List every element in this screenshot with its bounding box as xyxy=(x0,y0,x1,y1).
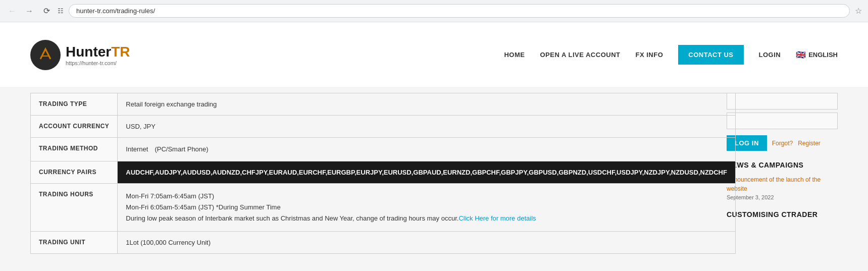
sidebar: LOG IN Forgot? Register NEWS & CAMPAIGNS… xyxy=(727,88,838,254)
table-row-currency-pairs: CURRENCY PAIRS AUDCHF,AUDJPY,AUDUSD,AUDN… xyxy=(31,161,736,184)
url-text: hunter-tr.com/trading-rules/ xyxy=(76,7,155,15)
forward-button[interactable]: → xyxy=(23,5,35,17)
value-trading-hours: Mon-Fri 7:05am-6:45am (JST) Mon-Fri 6:05… xyxy=(118,184,736,232)
label-trading-type: TRADING TYPE xyxy=(31,93,118,116)
label-trading-method: TRADING METHOD xyxy=(31,138,118,161)
table-row-account-currency: ACCOUNT CURRENCY USD, JPY xyxy=(31,116,736,138)
login-actions: LOG IN Forgot? Register xyxy=(727,135,838,151)
login-section: LOG IN Forgot? Register xyxy=(727,93,838,151)
security-icon: ☷ xyxy=(58,7,64,15)
nav-language[interactable]: 🇬🇧 ENGLISH xyxy=(796,50,838,60)
language-label: ENGLISH xyxy=(808,51,838,59)
value-currency-pairs: AUDCHF,AUDJPY,AUDUSD,AUDNZD,CHFJPY,EURAU… xyxy=(118,161,736,184)
logo-text: HunterTR https://hunter-tr.com/ xyxy=(66,44,130,66)
nav-fx-info[interactable]: FX INFO xyxy=(635,51,663,59)
site-header: HunterTR https://hunter-tr.com/ HOME OPE… xyxy=(0,22,868,88)
label-trading-unit: TRADING UNIT xyxy=(31,232,118,254)
register-link[interactable]: Register xyxy=(798,140,821,147)
table-row-trading-unit: TRADING UNIT 1Lot (100,000 Currency Unit… xyxy=(31,232,736,254)
username-input[interactable] xyxy=(727,93,838,110)
nav-home[interactable]: HOME xyxy=(504,51,525,59)
value-account-currency: USD, JPY xyxy=(118,116,736,138)
logo-name: HunterTR xyxy=(66,44,130,60)
label-trading-hours: TRADING HOURS xyxy=(31,184,118,232)
news-date: September 3, 2022 xyxy=(727,194,838,200)
nav-login[interactable]: LOGIN xyxy=(759,51,781,59)
value-trading-unit: 1Lot (100,000 Currency Unit) xyxy=(118,232,736,254)
table-row-trading-hours: TRADING HOURS Mon-Fri 7:05am-6:45am (JST… xyxy=(31,184,736,232)
logo-accent: TR xyxy=(111,44,130,60)
customising-section: CUSTOMISING CTRADER xyxy=(727,210,838,219)
table-row-trading-type: TRADING TYPE Retail foreign exchange tra… xyxy=(31,93,736,116)
flag-icon: 🇬🇧 xyxy=(796,50,806,60)
password-input[interactable] xyxy=(727,113,838,129)
browser-chrome: ← → ⟳ ☷ hunter-tr.com/trading-rules/ ☆ xyxy=(0,0,868,22)
label-account-currency: ACCOUNT CURRENCY xyxy=(31,116,118,138)
table-row-trading-method: TRADING METHOD Internet (PC/Smart Phone) xyxy=(31,138,736,161)
content-area: TRADING TYPE Retail foreign exchange tra… xyxy=(0,88,868,269)
news-section-title: NEWS & CAMPAIGNS xyxy=(727,161,838,169)
value-trading-type: Retail foreign exchange trading xyxy=(118,93,736,116)
value-trading-method: Internet (PC/Smart Phone) xyxy=(118,138,736,161)
bookmark-icon[interactable]: ☆ xyxy=(855,6,862,16)
forgot-link[interactable]: Forgot? xyxy=(772,140,793,147)
address-bar[interactable]: hunter-tr.com/trading-rules/ xyxy=(69,4,850,18)
main-content: TRADING TYPE Retail foreign exchange tra… xyxy=(30,88,711,254)
nav-open-account[interactable]: OPEN A LIVE ACCOUNT xyxy=(540,51,620,59)
logo-icon xyxy=(30,40,61,70)
label-currency-pairs: CURRENCY PAIRS xyxy=(31,161,118,184)
news-section: NEWS & CAMPAIGNS Announcement of the lau… xyxy=(727,161,838,200)
news-link[interactable]: Announcement of the launch of the websit… xyxy=(727,175,838,193)
logo: HunterTR https://hunter-tr.com/ xyxy=(30,40,130,70)
trading-hours-line3: During low peak season of Interbank mark… xyxy=(126,214,458,222)
back-button[interactable]: ← xyxy=(6,5,18,17)
customising-title: CUSTOMISING CTRADER xyxy=(727,210,838,219)
main-nav: HOME OPEN A LIVE ACCOUNT FX INFO CONTACT… xyxy=(504,45,838,65)
trading-hours-link[interactable]: Click Here for more details xyxy=(458,214,536,222)
trading-hours-line2: Mon-Fri 6:05am-5:45am (JST) *During Summ… xyxy=(126,203,280,211)
refresh-button[interactable]: ⟳ xyxy=(40,5,53,17)
news-item: Announcement of the launch of the websit… xyxy=(727,175,838,200)
nav-contact-us[interactable]: CONTACT US xyxy=(678,45,743,65)
trading-rules-table: TRADING TYPE Retail foreign exchange tra… xyxy=(30,93,736,254)
trading-hours-line1: Mon-Fri 7:05am-6:45am (JST) xyxy=(126,192,214,200)
logo-url: https://hunter-tr.com/ xyxy=(66,60,130,66)
